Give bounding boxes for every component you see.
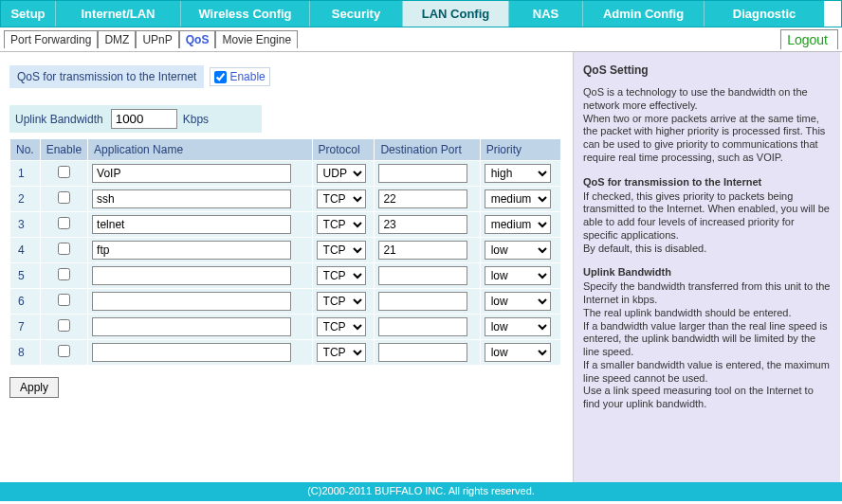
app-name-input[interactable]: [92, 317, 291, 336]
qos-table: No. Enable Application Name Protocol Des…: [9, 138, 561, 366]
table-row: 3TCPUDPhighmediumlow: [10, 212, 561, 238]
port-input[interactable]: [378, 292, 467, 311]
app-name-input[interactable]: [92, 241, 291, 260]
port-input[interactable]: [378, 215, 467, 234]
row-no: 7: [10, 315, 41, 340]
protocol-select[interactable]: TCPUDP: [317, 241, 366, 260]
app-name-input[interactable]: [92, 343, 291, 362]
tab-security[interactable]: Security: [310, 1, 403, 27]
col-enable: Enable: [40, 139, 87, 161]
qos-enable-row: QoS for transmission to the Internet Ena…: [9, 65, 563, 88]
qos-enable-box[interactable]: Enable: [210, 67, 269, 86]
qos-config-panel: QoS for transmission to the Internet Ena…: [0, 52, 573, 482]
subtab-dmz[interactable]: DMZ: [98, 30, 136, 48]
help-p2: Specify the bandwidth transferred from t…: [583, 280, 831, 307]
footer: (C)2000-2011 BUFFALO INC. All rights res…: [0, 482, 842, 501]
row-no: 6: [10, 289, 41, 315]
row-no: 3: [10, 212, 41, 238]
priority-select[interactable]: highmediumlow: [485, 189, 551, 208]
uplink-unit: Kbps: [183, 113, 209, 126]
protocol-select[interactable]: TCPUDP: [317, 215, 366, 234]
app-name-input[interactable]: [92, 266, 291, 285]
uplink-bandwidth-row: Uplink Bandwidth Kbps: [9, 105, 262, 133]
app-name-input[interactable]: [92, 215, 291, 234]
protocol-select[interactable]: TCPUDP: [317, 164, 366, 183]
protocol-select[interactable]: TCPUDP: [317, 343, 366, 362]
app-name-input[interactable]: [92, 164, 291, 183]
tab-wireless-config[interactable]: Wireless Config: [181, 1, 310, 27]
table-row: 4TCPUDPhighmediumlow: [10, 238, 561, 263]
col-port: Destination Port: [375, 139, 480, 161]
row-enable-checkbox[interactable]: [58, 166, 70, 178]
row-no: 5: [10, 263, 41, 289]
content-area: QoS for transmission to the Internet Ena…: [0, 52, 842, 482]
priority-select[interactable]: highmediumlow: [485, 266, 551, 285]
priority-select[interactable]: highmediumlow: [485, 317, 551, 336]
apply-button[interactable]: Apply: [9, 377, 59, 398]
qos-enable-text: Enable: [229, 70, 265, 83]
tab-setup[interactable]: Setup: [1, 1, 56, 27]
tab-nas[interactable]: NAS: [509, 1, 583, 27]
protocol-select[interactable]: TCPUDP: [317, 189, 366, 208]
col-app: Application Name: [88, 139, 313, 161]
priority-select[interactable]: highmediumlow: [485, 292, 551, 311]
tab-internet-lan[interactable]: Internet/LAN: [56, 1, 181, 27]
table-row: 6TCPUDPhighmediumlow: [10, 289, 561, 315]
sub-nav: Port Forwarding DMZ UPnP QoS Movie Engin…: [0, 27, 842, 52]
help-intro1: QoS is a technology to use the bandwidth…: [583, 86, 831, 113]
protocol-select[interactable]: TCPUDP: [317, 292, 366, 311]
row-enable-checkbox[interactable]: [58, 294, 70, 306]
port-input[interactable]: [378, 189, 467, 208]
row-enable-checkbox[interactable]: [58, 319, 70, 332]
help-p2b: The real uplink bandwidth should be ente…: [583, 307, 831, 320]
port-input[interactable]: [378, 266, 467, 285]
subtab-upnp[interactable]: UPnP: [136, 30, 178, 48]
port-input[interactable]: [378, 317, 467, 336]
protocol-select[interactable]: TCPUDP: [317, 317, 366, 336]
app-name-input[interactable]: [92, 189, 291, 208]
uplink-input[interactable]: [111, 109, 177, 129]
priority-select[interactable]: highmediumlow: [485, 343, 551, 362]
table-row: 1TCPUDPhighmediumlow: [10, 161, 561, 187]
col-prio: Priority: [480, 139, 560, 161]
table-row: 8TCPUDPhighmediumlow: [10, 340, 561, 366]
port-input[interactable]: [378, 343, 467, 362]
help-p2e: Use a link speed measuring tool on the I…: [583, 385, 831, 411]
help-p2d: If a smaller bandwidth value is entered,…: [583, 359, 831, 386]
tab-diagnostic[interactable]: Diagnostic: [705, 1, 824, 27]
protocol-select[interactable]: TCPUDP: [317, 266, 366, 285]
subtab-movie-engine[interactable]: Movie Engine: [215, 30, 298, 48]
col-proto: Protocol: [312, 139, 375, 161]
qos-section-label: QoS for transmission to the Internet: [9, 65, 204, 88]
row-enable-checkbox[interactable]: [58, 268, 70, 280]
priority-select[interactable]: highmediumlow: [485, 241, 551, 260]
qos-enable-checkbox[interactable]: [214, 71, 227, 83]
row-enable-checkbox[interactable]: [58, 243, 70, 255]
row-no: 8: [10, 340, 41, 366]
table-row: 7TCPUDPhighmediumlow: [10, 315, 561, 340]
tab-lan-config[interactable]: LAN Config: [403, 1, 509, 27]
priority-select[interactable]: highmediumlow: [485, 215, 551, 234]
col-no: No.: [10, 139, 41, 161]
priority-select[interactable]: highmediumlow: [485, 164, 551, 183]
help-p1b: By default, this is disabled.: [583, 243, 831, 256]
help-h1: QoS for transmission to the Internet: [583, 176, 831, 188]
port-input[interactable]: [378, 164, 467, 183]
tab-admin-config[interactable]: Admin Config: [583, 1, 705, 27]
logout-link[interactable]: Logout: [780, 29, 838, 49]
row-enable-checkbox[interactable]: [58, 217, 70, 229]
help-intro2: When two or more packets arrive at the s…: [583, 113, 831, 165]
help-p2c: If a bandwidth value larger than the rea…: [583, 320, 831, 359]
help-h2: Uplink Bandwidth: [583, 266, 831, 278]
help-p1: If checked, this gives priority to packe…: [583, 190, 831, 243]
app-name-input[interactable]: [92, 292, 291, 311]
table-row: 5TCPUDPhighmediumlow: [10, 263, 561, 289]
help-panel: QoS Setting QoS is a technology to use t…: [573, 52, 840, 482]
subtab-port-forwarding[interactable]: Port Forwarding: [4, 30, 98, 48]
subtab-qos[interactable]: QoS: [179, 30, 216, 48]
row-enable-checkbox[interactable]: [58, 345, 70, 357]
row-no: 1: [10, 161, 41, 187]
port-input[interactable]: [378, 241, 467, 260]
help-title: QoS Setting: [583, 63, 831, 77]
row-enable-checkbox[interactable]: [58, 191, 70, 204]
